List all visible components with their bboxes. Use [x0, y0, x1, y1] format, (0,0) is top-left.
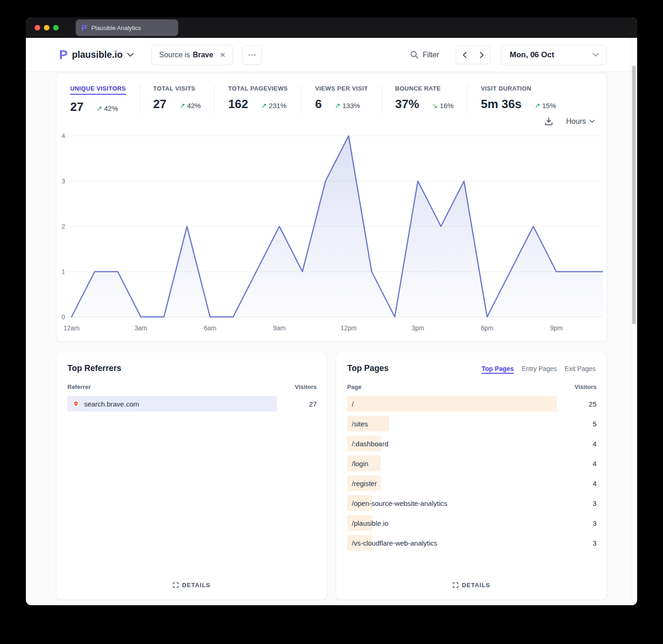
stat-label: BOUNCE RATE — [395, 85, 454, 92]
close-window-button[interactable] — [35, 25, 40, 30]
stat-label: TOTAL VISITS — [153, 85, 201, 92]
page-row[interactable]: /vs-cloudflare-web-analytics 3 — [347, 535, 597, 551]
date-nav — [456, 45, 491, 64]
stat-change: ↗ 42% — [180, 102, 201, 110]
page-row[interactable]: /open-source-website-analytics 3 — [347, 495, 597, 511]
visitor-count: 4 — [593, 460, 597, 468]
plausible-logo-icon: P — [81, 24, 87, 32]
page-row[interactable]: /register 4 — [347, 475, 597, 491]
svg-text:3: 3 — [61, 177, 65, 185]
value-bar — [347, 396, 557, 412]
pages-tab[interactable]: Exit Pages — [565, 365, 596, 372]
chart-controls: Hours — [544, 117, 595, 126]
referrer-row[interactable]: search.brave.com 27 — [67, 396, 317, 412]
stat-metric[interactable]: TOTAL VISITS 27 ↗ 42% — [153, 85, 215, 114]
filter-label: Filter — [422, 51, 439, 59]
stat-change: ↗ 231% — [261, 102, 287, 110]
stat-label: TOTAL PAGEVIEWS — [228, 85, 288, 92]
stat-metric[interactable]: VIEWS PER VISIT 6 ↗ 133% — [315, 85, 381, 114]
page-row[interactable]: /sites 5 — [347, 416, 597, 431]
page-label: /register — [347, 480, 377, 487]
pages-details-button[interactable]: DETAILS — [452, 582, 490, 589]
referrers-details-button[interactable]: DETAILS — [173, 582, 211, 589]
tab-title: Plausible Analytics — [91, 24, 141, 31]
visitors-card: UNIQUE VISITORS 27 ↗ 42% TOTAL VISITS 27 — [56, 73, 607, 341]
download-icon[interactable] — [544, 117, 553, 126]
ellipsis-icon: ⋯ — [248, 50, 257, 60]
stat-metric[interactable]: TOTAL PAGEVIEWS 162 ↗ 231% — [228, 85, 301, 114]
svg-text:12pm: 12pm — [340, 324, 356, 332]
page-label: /:dashboard — [347, 440, 388, 448]
column-header: Visitors — [575, 383, 597, 390]
chevron-down-icon — [590, 120, 595, 123]
page-label: / — [347, 400, 354, 408]
date-picker[interactable]: Mon, 06 Oct — [501, 45, 607, 65]
stat-label: VIEWS PER VISIT — [315, 85, 368, 92]
pages-list: / 25 /sites 5 /:dashboard 4 /login 4 — [336, 390, 607, 551]
interval-select[interactable]: Hours — [566, 117, 595, 126]
trend-arrow-icon: ↗ — [335, 102, 341, 110]
page-label: /vs-cloudflare-web-analytics — [347, 539, 437, 547]
zoom-window-button[interactable] — [53, 25, 59, 30]
trend-arrow-icon: ↗ — [96, 104, 102, 113]
column-header: Visitors — [295, 383, 317, 390]
svg-text:9am: 9am — [273, 324, 285, 332]
trend-arrow-icon: ↗ — [261, 102, 267, 110]
stat-value: 27 — [153, 97, 167, 111]
page-label: /plausible.io — [347, 519, 388, 527]
search-icon — [410, 51, 418, 59]
chevron-down-icon — [592, 53, 599, 57]
browser-tab[interactable]: P Plausible Analytics — [76, 19, 178, 36]
stat-metric[interactable]: UNIQUE VISITORS 27 ↗ 42% — [70, 85, 140, 114]
page-row[interactable]: /:dashboard 4 — [347, 436, 597, 451]
referrer-list: search.brave.com 27 — [56, 390, 327, 412]
scrollbar[interactable] — [631, 38, 637, 605]
stat-change: ↗ 133% — [335, 102, 360, 110]
app-header: P plausible.io Source is Brave ✕ ⋯ Filte… — [26, 38, 637, 72]
pages-tab[interactable]: Entry Pages — [522, 365, 557, 372]
page-row[interactable]: / 25 — [347, 396, 597, 412]
window-controls — [35, 25, 59, 30]
more-filters-button[interactable]: ⋯ — [242, 45, 262, 65]
pages-tab[interactable]: Top Pages — [482, 365, 514, 372]
stat-label: UNIQUE VISITORS — [70, 85, 126, 95]
prev-period-button[interactable] — [456, 46, 473, 64]
scrollbar-thumb[interactable] — [632, 66, 636, 324]
remove-filter-icon[interactable]: ✕ — [220, 51, 226, 59]
chevron-right-icon — [480, 52, 484, 58]
stat-change: ↘ 16% — [432, 102, 454, 110]
column-headers: Page Visitors — [336, 383, 607, 390]
page-row[interactable]: /plausible.io 3 — [347, 515, 597, 531]
pages-tabs: Top Pages Entry Pages Exit Pages — [482, 365, 596, 372]
trend-arrow-icon: ↗ — [535, 102, 541, 110]
stat-metric[interactable]: BOUNCE RATE 37% ↘ 16% — [395, 85, 468, 114]
dashboard: UNIQUE VISITORS 27 ↗ 42% TOTAL VISITS 27 — [26, 72, 637, 605]
minimize-window-button[interactable] — [44, 25, 49, 30]
svg-text:0: 0 — [61, 313, 65, 321]
stat-metric[interactable]: VISIT DURATION 5m 36s ↗ 15% — [481, 85, 569, 114]
site-switcher[interactable]: P plausible.io — [59, 49, 134, 61]
date-label: Mon, 06 Oct — [510, 50, 554, 60]
column-headers: Referrer Visitors — [56, 383, 327, 390]
trend-arrow-icon: ↗ — [180, 102, 186, 110]
svg-text:3am: 3am — [134, 324, 147, 332]
filter-chip-source[interactable]: Source is Brave ✕ — [151, 45, 234, 65]
page-row[interactable]: /login 4 — [347, 456, 597, 471]
visitor-count: 3 — [593, 499, 597, 507]
next-period-button[interactable] — [473, 46, 490, 64]
top-referrers-card: Top Referrers Referrer Visitors — [56, 352, 327, 600]
interval-label: Hours — [566, 117, 586, 126]
expand-icon — [452, 582, 458, 588]
plausible-logo-icon: P — [59, 49, 68, 61]
filter-button[interactable]: Filter — [410, 51, 439, 59]
stat-value: 5m 36s — [481, 97, 521, 111]
visitors-line-chart[interactable]: 0123412am3am6am9am12pm3pm6pm9pm — [56, 131, 607, 337]
svg-text:2: 2 — [61, 223, 65, 230]
svg-text:12am: 12am — [63, 324, 79, 332]
svg-text:4: 4 — [61, 132, 65, 140]
stats-row: UNIQUE VISITORS 27 ↗ 42% TOTAL VISITS 27 — [56, 73, 607, 114]
card-title: Top Pages — [347, 364, 389, 373]
stat-label: VISIT DURATION — [481, 85, 556, 92]
visitor-count: 3 — [593, 539, 597, 547]
top-pages-card: Top Pages Top Pages Entry Pages Exit Pag… — [336, 352, 607, 600]
